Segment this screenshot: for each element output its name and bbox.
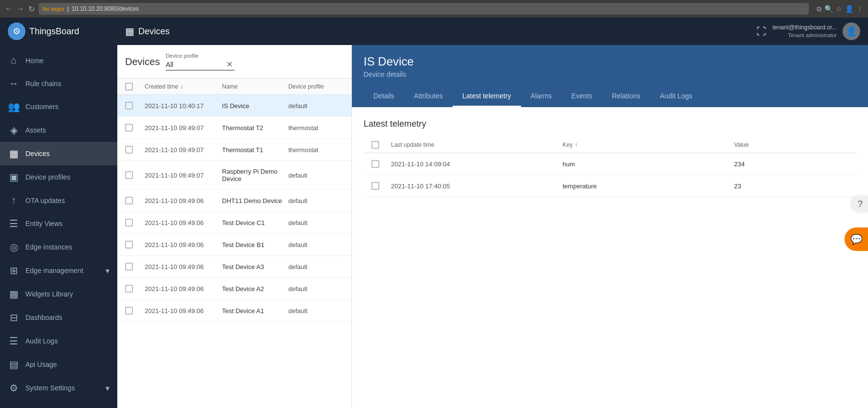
help-button[interactable]: ? <box>852 196 868 212</box>
tab-events[interactable]: Events <box>562 86 602 107</box>
tel-row-key: temperature <box>563 182 734 190</box>
bookmark-icon[interactable]: ☆ <box>836 5 842 13</box>
back-button[interactable]: ← <box>5 4 13 13</box>
device-row[interactable]: 2021-11-10 09:49:06 Test Device A1 defau… <box>117 300 351 322</box>
url-bar[interactable]: No segur | 10.10.10.20:8080/devices <box>39 3 809 15</box>
extensions-icon[interactable]: ⧉ <box>817 5 822 13</box>
tab-details[interactable]: Details <box>364 86 404 107</box>
sidebar-item-system-settings[interactable]: ⚙ System Settings ▾ <box>0 376 117 400</box>
row-created: 2021-11-10 09:49:06 <box>145 285 222 293</box>
browser-toolbar-icons: ⧉ 🔍 ☆ 👤 ⋮ <box>817 5 863 13</box>
row-name: Raspberry Pi Demo Device <box>222 168 288 182</box>
sidebar-item-device-profiles[interactable]: ▣ Device profiles <box>0 165 117 189</box>
device-row[interactable]: 2021-11-10 09:49:07 Raspberry Pi Demo De… <box>117 161 351 190</box>
logo-area: ⚙ ThingsBoard <box>8 23 125 40</box>
sort-icon[interactable]: ↓ <box>180 83 183 90</box>
row-checkbox[interactable] <box>125 219 133 227</box>
sidebar-item-assets[interactable]: ◈ Assets <box>0 118 117 142</box>
edge-management-icon: ⊞ <box>8 265 20 276</box>
telemetry-row[interactable]: 2021-11-10 14:09:04 hum 234 <box>364 153 856 175</box>
device-profiles-icon: ▣ <box>8 171 20 183</box>
feedback-button[interactable]: 💬 <box>845 227 868 251</box>
detail-device-name: IS Device <box>364 55 856 68</box>
device-row[interactable]: 2021-11-10 09:49:07 Thermostat T1 thermo… <box>117 139 351 161</box>
sidebar-item-label: Entity Views <box>25 220 63 227</box>
sidebar-item-rule-chains[interactable]: ↔ Rule chains <box>0 72 117 95</box>
row-checkbox[interactable] <box>125 102 133 110</box>
reload-button[interactable]: ↻ <box>28 4 35 14</box>
tel-row-key: hum <box>563 160 734 168</box>
row-checkbox[interactable] <box>125 124 133 132</box>
row-check-col <box>125 219 145 227</box>
tab-latest-telemetry[interactable]: Latest telemetry <box>453 86 521 107</box>
tel-row-checkbox[interactable] <box>371 182 379 190</box>
sidebar-item-label: Audit Logs <box>25 337 58 345</box>
device-row[interactable]: 2021-11-10 09:49:07 Thermostat T2 thermo… <box>117 117 351 139</box>
tel-row-checkbox[interactable] <box>371 160 379 168</box>
user-role: Tenant administrator <box>772 32 837 39</box>
telemetry-row[interactable]: 2021-11-10 17:40:05 temperature 23 <box>364 175 856 197</box>
audit-logs-icon: ☰ <box>8 335 20 347</box>
filter-clear-button[interactable]: ✕ <box>224 60 235 69</box>
sidebar-item-edge-management[interactable]: ⊞ Edge management ▾ <box>0 259 117 282</box>
row-checkbox[interactable] <box>125 285 133 293</box>
zoom-icon[interactable]: 🔍 <box>825 5 833 13</box>
row-created: 2021-11-10 10:40:17 <box>145 102 222 110</box>
sidebar-item-widgets-library[interactable]: ▦ Widgets Library <box>0 282 117 306</box>
sidebar-item-label: Device profiles <box>25 173 70 181</box>
row-checkbox[interactable] <box>125 197 133 204</box>
sidebar-item-customers[interactable]: 👥 Customers <box>0 95 117 118</box>
menu-icon[interactable]: ⋮ <box>856 5 863 13</box>
sidebar-item-devices[interactable]: ▦ Devices <box>0 142 117 165</box>
forward-button[interactable]: → <box>17 4 24 13</box>
tab-attributes[interactable]: Attributes <box>404 86 453 107</box>
select-all-checkbox[interactable] <box>125 83 133 91</box>
row-created: 2021-11-10 09:49:06 <box>145 307 222 315</box>
sidebar-item-dashboards[interactable]: ⊟ Dashboards <box>0 306 117 329</box>
sidebar-item-label: Dashboards <box>25 314 63 321</box>
row-checkbox[interactable] <box>125 241 133 249</box>
sidebar: ⌂ Home ↔ Rule chains 👥 Customers ◈ Asset… <box>0 45 117 408</box>
row-name: DHT11 Demo Device <box>222 197 288 204</box>
main-layout: ⌂ Home ↔ Rule chains 👥 Customers ◈ Asset… <box>0 45 868 408</box>
sidebar-item-label: Customers <box>25 103 59 111</box>
rule-chains-icon: ↔ <box>8 78 20 89</box>
tab-audit-logs[interactable]: Audit Logs <box>650 86 702 107</box>
expand-button[interactable]: ⛶ <box>757 26 766 37</box>
device-row[interactable]: 2021-11-10 09:49:06 Test Device A3 defau… <box>117 256 351 278</box>
tab-alarms[interactable]: Alarms <box>521 86 562 107</box>
profile-icon[interactable]: 👤 <box>845 5 853 13</box>
sidebar-item-audit-logs[interactable]: ☰ Audit Logs <box>0 329 117 353</box>
row-checkbox[interactable] <box>125 146 133 154</box>
sidebar-item-entity-views[interactable]: ☰ Entity Views <box>0 212 117 235</box>
key-sort-icon[interactable]: ↑ <box>575 141 578 148</box>
row-check-col <box>125 124 145 132</box>
row-check-col <box>125 263 145 271</box>
sidebar-item-ota-updates[interactable]: ↑ OTA updates <box>0 189 117 212</box>
detail-device-subtitle: Device details <box>364 70 856 78</box>
row-name: Test Device A1 <box>222 307 288 315</box>
sidebar-item-home[interactable]: ⌂ Home <box>0 49 117 72</box>
device-row[interactable]: 2021-11-10 09:49:06 Test Device B1 defau… <box>117 234 351 256</box>
device-row[interactable]: 2021-11-10 09:49:06 Test Device A2 defau… <box>117 278 351 300</box>
user-avatar[interactable]: 👤 <box>843 23 860 40</box>
sidebar-item-label: Home <box>25 57 43 65</box>
device-profile-filter: Device profile ✕ <box>166 53 235 70</box>
device-row[interactable]: 2021-11-10 09:49:06 DHT11 Demo Device de… <box>117 190 351 212</box>
sidebar-item-edge-instances[interactable]: ◎ Edge instances <box>0 235 117 259</box>
tab-relations[interactable]: Relations <box>602 86 650 107</box>
detail-content: Latest telemetry Last update time Key ↑ … <box>352 107 868 408</box>
device-row[interactable]: 2021-11-10 10:40:17 IS Device default <box>117 95 351 117</box>
row-checkbox[interactable] <box>125 263 133 271</box>
assets-icon: ◈ <box>8 124 20 136</box>
row-checkbox[interactable] <box>125 307 133 315</box>
telemetry-select-all[interactable] <box>371 141 379 149</box>
page-icon: ▦ <box>125 25 134 37</box>
row-checkbox[interactable] <box>125 171 133 179</box>
device-row[interactable]: 2021-11-10 09:49:06 Test Device C1 defau… <box>117 212 351 234</box>
tel-header-time: Last update time <box>391 141 563 148</box>
tel-header-key: Key ↑ <box>563 141 734 148</box>
profile-filter-input[interactable] <box>166 61 224 68</box>
dashboards-icon: ⊟ <box>8 312 20 323</box>
sidebar-item-api-usage[interactable]: ▤ Api Usage <box>0 353 117 376</box>
